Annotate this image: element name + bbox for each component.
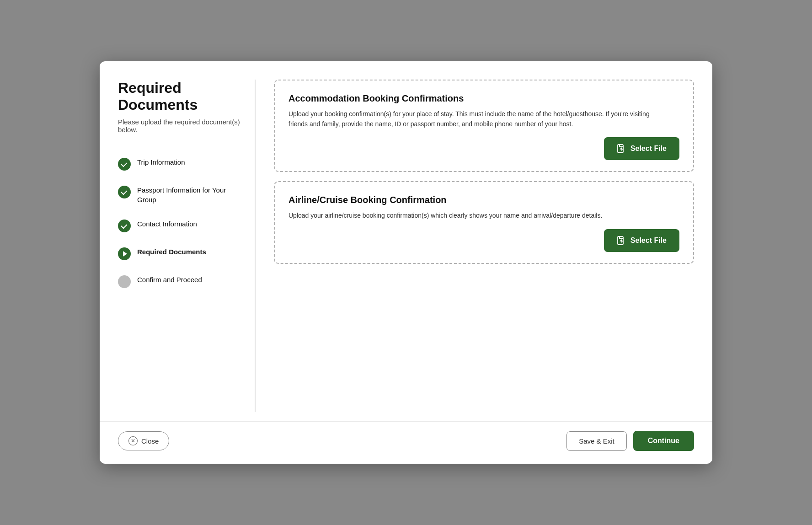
close-x-icon: ✕	[128, 436, 138, 445]
airline-cruise-select-file-label: Select File	[630, 236, 667, 245]
step-label-required-documents: Required Documents	[137, 247, 206, 257]
sidebar-item-required-documents[interactable]: Required Documents	[118, 240, 241, 268]
footer-right: Save & Exit Continue	[566, 431, 694, 451]
step-icon-contact-information	[118, 220, 131, 232]
step-icon-passport-information	[118, 186, 131, 198]
accommodation-select-file-label: Select File	[630, 145, 667, 153]
step-icon-required-documents	[118, 247, 131, 260]
step-icon-trip-information	[118, 158, 131, 171]
step-icon-confirm-and-proceed	[118, 275, 131, 288]
airline-cruise-select-file-button[interactable]: Select File	[604, 229, 679, 252]
accommodation-card-description: Upload your booking confirmation(s) for …	[288, 109, 663, 129]
save-exit-label: Save & Exit	[579, 437, 614, 445]
sidebar: Required Documents Please upload the req…	[118, 80, 255, 412]
accommodation-card-title: Accommodation Booking Confirmations	[288, 93, 679, 104]
accommodation-card-footer: Select File	[288, 137, 679, 160]
close-button-label: Close	[141, 437, 159, 445]
accommodation-file-icon	[617, 144, 626, 154]
close-button[interactable]: ✕ Close	[118, 431, 169, 450]
airline-cruise-card: Airline/Cruise Booking Confirmation Uplo…	[274, 181, 694, 264]
airline-cruise-card-footer: Select File	[288, 229, 679, 252]
sidebar-item-contact-information[interactable]: Contact Information	[118, 212, 241, 240]
accommodation-card: Accommodation Booking Confirmations Uplo…	[274, 80, 694, 172]
sidebar-item-passport-information[interactable]: Passport Information for Your Group	[118, 178, 241, 212]
modal-title: Required Documents	[118, 80, 241, 113]
step-label-contact-information: Contact Information	[137, 219, 197, 229]
continue-button[interactable]: Continue	[633, 431, 694, 451]
continue-label: Continue	[648, 437, 679, 445]
step-label-passport-information: Passport Information for Your Group	[137, 185, 241, 204]
step-label-trip-information: Trip Information	[137, 157, 185, 167]
airline-cruise-card-title: Airline/Cruise Booking Confirmation	[288, 195, 679, 205]
required-documents-modal: Required Documents Please upload the req…	[100, 61, 712, 464]
step-label-confirm-and-proceed: Confirm and Proceed	[137, 275, 202, 284]
airline-cruise-card-description: Upload your airline/cruise booking confi…	[288, 211, 663, 221]
main-content: Accommodation Booking Confirmations Uplo…	[256, 80, 694, 412]
airline-cruise-file-icon	[617, 236, 626, 246]
sidebar-item-confirm-and-proceed[interactable]: Confirm and Proceed	[118, 268, 241, 295]
modal-body: Required Documents Please upload the req…	[100, 61, 712, 421]
save-exit-button[interactable]: Save & Exit	[566, 431, 627, 451]
steps-list: Trip Information Passport Information fo…	[118, 150, 241, 295]
modal-subtitle: Please upload the required document(s) b…	[118, 118, 241, 134]
modal-footer: ✕ Close Save & Exit Continue	[100, 421, 712, 464]
sidebar-item-trip-information[interactable]: Trip Information	[118, 150, 241, 178]
accommodation-select-file-button[interactable]: Select File	[604, 137, 679, 160]
